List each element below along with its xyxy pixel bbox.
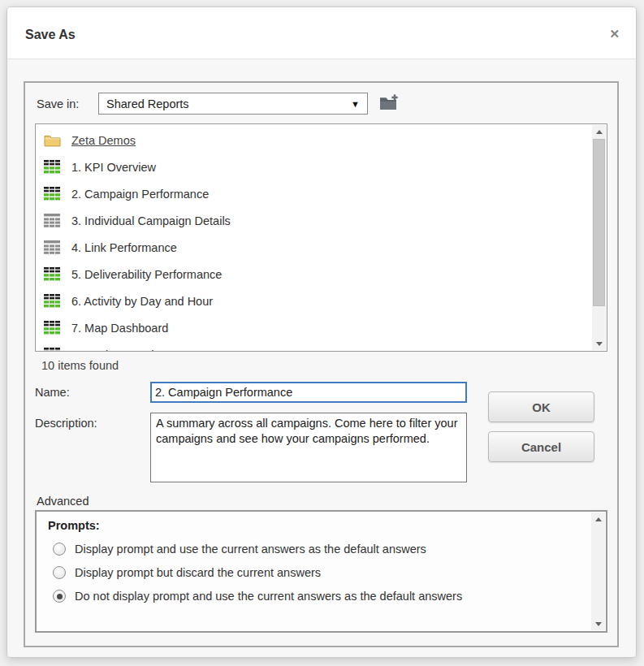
chevron-down-icon: ▼ [351, 99, 360, 109]
dialog-content: Save in: Shared Reports ▼ [7, 58, 636, 657]
prompts-section: Prompts: Display prompt and use the curr… [35, 510, 607, 633]
list-item[interactable]: 2. Campaign Performance [36, 180, 592, 207]
radio-unselected-icon[interactable] [53, 543, 66, 556]
list-scrollbar[interactable] [592, 125, 606, 350]
name-label: Name: [35, 382, 150, 403]
dialog-title: Save As [25, 28, 76, 42]
save-in-row: Save in: Shared Reports ▼ [37, 93, 607, 115]
list-item-label: 4. Link Performance [71, 241, 177, 254]
list-item[interactable]: 7. Map Dashboard [36, 314, 592, 341]
folder-plus-icon [378, 93, 400, 115]
scroll-up-icon[interactable] [592, 125, 606, 138]
prompt-option-label: Display prompt and use the current answe… [75, 543, 426, 556]
list-item[interactable]: 1. KPI Overview [36, 154, 592, 180]
list-item[interactable]: 5. Deliverability Performance [36, 261, 592, 288]
scroll-down-icon[interactable] [591, 617, 605, 630]
prompts-title: Prompts: [48, 519, 594, 532]
list-item-label: 7. Map Dashboard [71, 322, 168, 335]
list-items: Zeta Demos1. KPI Overview2. Campaign Per… [36, 127, 592, 352]
list-item[interactable]: 4. Link Performance [36, 234, 592, 261]
advanced-label: Advanced [37, 495, 607, 508]
grid-icon [44, 240, 61, 254]
list-item-label: 2. Campaign Performance [71, 188, 209, 201]
list-item[interactable]: 6. Activity by Day and Hour [36, 288, 592, 314]
list-scrollbar-thumb[interactable] [593, 139, 605, 306]
list-item-label: 3. Individual Campaign Details [71, 214, 231, 227]
list-item-label: 6. Activity by Day and Hour [71, 295, 213, 308]
list-item[interactable]: 8. Device Trends [36, 341, 592, 352]
description-label: Description: [35, 413, 150, 482]
radio-selected-icon[interactable] [53, 590, 66, 603]
prompt-option[interactable]: Display prompt but discard the current a… [53, 566, 594, 579]
folder-icon [44, 133, 61, 147]
name-input[interactable] [150, 382, 467, 403]
dashboard-icon [44, 160, 61, 174]
dashboard-icon [44, 348, 61, 352]
cancel-button[interactable]: Cancel [488, 431, 594, 462]
list-item[interactable]: Zeta Demos [36, 127, 592, 154]
list-item-label: 8. Device Trends [71, 348, 160, 352]
folder-contents-list: Zeta Demos1. KPI Overview2. Campaign Per… [35, 123, 607, 352]
save-in-label: Save in: [37, 97, 98, 110]
list-item-label: Zeta Demos [71, 134, 136, 147]
scroll-up-icon[interactable] [591, 512, 605, 525]
dashboard-icon [44, 294, 61, 308]
radio-unselected-icon[interactable] [53, 566, 66, 579]
form-area: Name: Description: OK Cancel [35, 382, 607, 482]
save-panel: Save in: Shared Reports ▼ [24, 81, 619, 647]
list-item-label: 1. KPI Overview [71, 161, 156, 174]
prompt-option-label: Do not display prompt and use the curren… [75, 590, 462, 603]
save-as-dialog: Save As ✕ Save in: Shared Reports ▼ [6, 6, 637, 658]
dialog-header: Save As ✕ [7, 7, 636, 58]
close-icon[interactable]: ✕ [609, 28, 620, 40]
dashboard-icon [44, 267, 61, 281]
prompts-scrollbar[interactable] [591, 512, 605, 630]
scroll-down-icon[interactable] [592, 337, 606, 350]
save-in-dropdown[interactable]: Shared Reports ▼ [98, 93, 368, 115]
ok-button[interactable]: OK [488, 391, 594, 422]
prompt-options: Display prompt and use the current answe… [48, 543, 594, 603]
prompt-option-label: Display prompt but discard the current a… [75, 566, 321, 579]
prompt-option[interactable]: Display prompt and use the current answe… [53, 543, 594, 556]
grid-icon [44, 214, 61, 227]
list-item-label: 5. Deliverability Performance [71, 268, 222, 281]
list-item[interactable]: 3. Individual Campaign Details [36, 207, 592, 234]
description-input[interactable] [150, 413, 467, 482]
prompt-option[interactable]: Do not display prompt and use the curren… [53, 590, 594, 603]
dashboard-icon [44, 187, 61, 201]
items-found-status: 10 items found [41, 359, 607, 372]
new-folder-button[interactable] [378, 93, 400, 115]
save-in-selected-value: Shared Reports [106, 97, 189, 110]
dashboard-icon [44, 321, 61, 335]
